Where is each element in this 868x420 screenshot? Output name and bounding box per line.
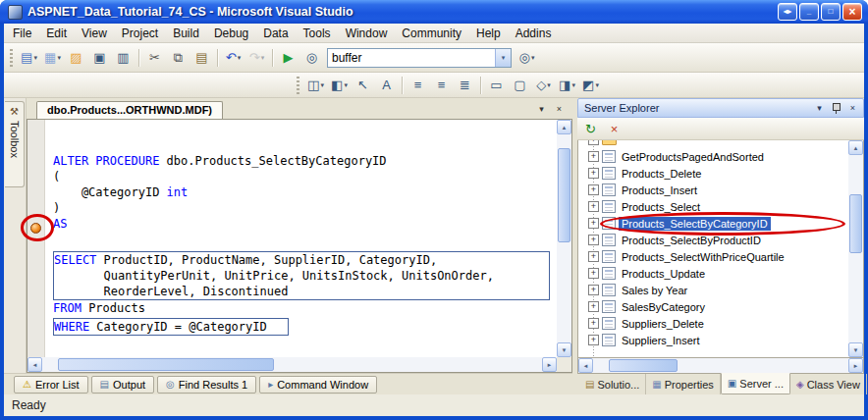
menu-data[interactable]: Data <box>256 26 295 40</box>
code-line[interactable]: WHERE CategoryID = @CategoryID <box>54 319 288 335</box>
code-line[interactable]: @CategoryID int <box>53 184 557 200</box>
show-diagram-pane-button[interactable]: ◫▾ <box>304 75 327 96</box>
code-line[interactable]: SELECT ProductID, ProductName, SupplierI… <box>54 252 549 268</box>
dock-arrows-button[interactable]: ◂▸ <box>778 3 797 21</box>
scrollbar-track[interactable] <box>593 358 848 373</box>
combo-dropdown-button[interactable]: ▾ <box>495 49 511 67</box>
server-explorer-tree[interactable]: + +GetProductsPagedAndSorted+Products_De… <box>577 140 864 358</box>
tree-item[interactable]: +Suppliers_Delete <box>578 315 848 332</box>
scrollbar-thumb[interactable] <box>58 358 274 371</box>
tab-command-window[interactable]: ▸Command Window <box>259 376 377 394</box>
start-debug-button[interactable]: ▶ <box>277 47 299 69</box>
menu-help[interactable]: Help <box>469 26 508 40</box>
tree-item[interactable]: +Products_SelectByProductID <box>578 232 848 248</box>
menu-file[interactable]: File <box>6 26 38 40</box>
save-all-button[interactable]: ▥ <box>112 47 135 69</box>
tab-find-results-1[interactable]: ◎Find Results 1 <box>157 376 256 394</box>
add-project-button[interactable]: ▦▾ <box>41 47 64 69</box>
tree-item[interactable]: +Sales by Year <box>578 282 848 298</box>
code-line[interactable]: AS <box>53 216 557 232</box>
editor-horizontal-scrollbar[interactable]: ◄ ► <box>27 357 557 372</box>
toolbar-grip[interactable] <box>297 77 299 94</box>
tree-item[interactable]: +Products_SelectWithPriceQuartile <box>578 248 848 265</box>
expand-plus-icon[interactable]: + <box>588 140 599 145</box>
scroll-down-button[interactable]: ▼ <box>557 342 571 357</box>
refresh-button[interactable]: ↻ <box>579 118 602 139</box>
stop-refresh-button[interactable]: × <box>603 118 625 139</box>
menu-tools[interactable]: Tools <box>297 26 338 40</box>
tree-vertical-scrollbar[interactable]: ▲ ▼ <box>848 140 863 357</box>
code-line[interactable]: ReorderLevel, Discontinued <box>54 284 549 299</box>
expand-plus-icon[interactable]: + <box>588 151 599 162</box>
expand-plus-icon[interactable]: + <box>588 301 599 312</box>
close-document-button[interactable]: × <box>552 101 567 116</box>
window-position-button[interactable]: ▾ <box>812 101 827 115</box>
expand-plus-icon[interactable]: + <box>588 318 599 329</box>
panel-tab-class-view[interactable]: ◈Class View <box>790 374 867 394</box>
server-explorer-titlebar[interactable]: Server Explorer ▾ × <box>577 98 864 118</box>
code-line[interactable]: QuantityPerUnit, UnitPrice, UnitsInStock… <box>54 268 549 284</box>
scroll-right-button[interactable]: ► <box>542 357 557 372</box>
close-button[interactable]: × <box>842 3 862 21</box>
code-line[interactable]: ) <box>53 200 557 216</box>
scroll-right-button[interactable]: ► <box>848 358 863 373</box>
copy-button[interactable]: ⧉ <box>167 47 190 69</box>
show-grid-pane-button[interactable]: ◧▾ <box>328 75 351 96</box>
text-tool-button[interactable]: A <box>375 75 398 96</box>
open-file-button[interactable]: ▨ <box>65 47 87 69</box>
toolbar-grip[interactable] <box>10 49 13 67</box>
code-line[interactable]: ALTER PROCEDURE dbo.Products_SelectByCat… <box>53 153 557 169</box>
expand-plus-icon[interactable]: + <box>588 251 599 262</box>
margin-marker-dot[interactable] <box>30 223 41 234</box>
rectangle-tool-button[interactable]: ▭ <box>485 75 508 96</box>
cut-button[interactable]: ✂ <box>143 47 166 69</box>
paste-button[interactable]: ▤ <box>190 47 213 69</box>
save-button[interactable]: ▣ <box>88 47 111 69</box>
tree-item[interactable]: +Suppliers_Insert <box>578 332 848 348</box>
code-editor[interactable]: ALTER PROCEDURE dbo.Products_SelectByCat… <box>27 119 572 373</box>
expand-plus-icon[interactable]: + <box>588 184 599 195</box>
tab-output[interactable]: ▤Output <box>91 376 154 394</box>
restore-button[interactable]: □ <box>821 3 841 21</box>
editor-vertical-scrollbar[interactable]: ▲ ▼ <box>557 120 571 357</box>
code-line[interactable]: ( <box>53 169 557 184</box>
expand-plus-icon[interactable]: + <box>588 335 599 345</box>
buffer-combo-input[interactable] <box>328 51 495 65</box>
editor-tab[interactable]: dbo.Products...ORTHWND.MDF) <box>36 101 223 119</box>
menu-debug[interactable]: Debug <box>207 26 255 40</box>
code-pane[interactable]: ALTER PROCEDURE dbo.Products_SelectByCat… <box>46 120 557 357</box>
scroll-left-button[interactable]: ◄ <box>27 357 42 372</box>
menu-window[interactable]: Window <box>339 26 395 40</box>
expand-plus-icon[interactable]: + <box>588 268 599 279</box>
tree-item[interactable]: +GetProductsPagedAndSorted <box>578 148 848 165</box>
code-line[interactable] <box>53 232 557 247</box>
diamond-tool-button[interactable]: ◇▾ <box>532 75 555 96</box>
titlebar[interactable]: ASPNET_Data_Tutorial_74_CS - Microsoft V… <box>0 0 868 24</box>
toolbox-tab[interactable]: ⚒ Toolbox <box>5 101 25 187</box>
pane-options-button[interactable]: ◨▾ <box>556 75 578 96</box>
undo-button[interactable]: ↶▾ <box>222 47 244 69</box>
menu-view[interactable]: View <box>75 26 114 40</box>
decrease-indent-button[interactable]: ≡ <box>407 75 429 96</box>
menu-addins[interactable]: Addins <box>509 26 559 40</box>
bullets-button[interactable]: ≣ <box>454 75 476 96</box>
tree-item[interactable]: +Products_Update <box>578 265 848 282</box>
expand-plus-icon[interactable]: + <box>588 201 599 212</box>
active-files-dropdown-button[interactable]: ▾ <box>534 101 549 116</box>
scrollbar-track[interactable] <box>42 357 542 372</box>
menu-project[interactable]: Project <box>115 26 165 40</box>
quick-find-button[interactable]: ◎▾ <box>515 47 538 69</box>
panel-tab-solutio[interactable]: ▤Solutio... <box>579 374 646 394</box>
auto-hide-pin-button[interactable] <box>829 101 843 115</box>
tree-item-partial[interactable]: + <box>578 140 848 148</box>
scroll-left-button[interactable]: ◄ <box>578 358 593 373</box>
expand-plus-icon[interactable]: + <box>588 285 599 295</box>
pointer-tool-button[interactable]: ↖ <box>352 75 374 96</box>
tree-horizontal-scrollbar[interactable]: ◄ ► <box>577 358 864 373</box>
tree-item[interactable]: +Products_Delete <box>578 165 848 182</box>
tab-error-list[interactable]: ⚠Error List <box>14 376 88 394</box>
menu-edit[interactable]: Edit <box>39 26 74 40</box>
panel-tab-server[interactable]: ▣Server ... <box>721 373 790 394</box>
scrollbar-thumb[interactable] <box>558 148 570 242</box>
tree-item[interactable]: +Products_Insert <box>578 182 848 198</box>
